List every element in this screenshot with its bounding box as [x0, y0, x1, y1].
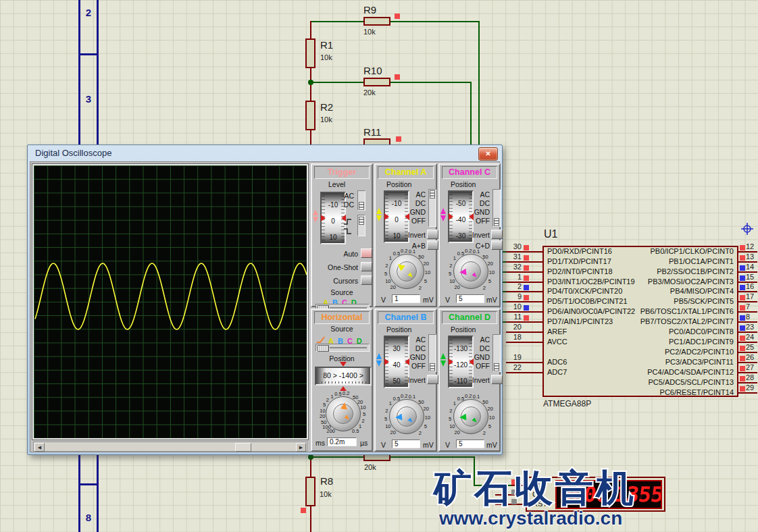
pin-number: 24 [746, 333, 758, 341]
pin-state-red [740, 305, 745, 311]
position-label: Position [451, 325, 476, 334]
invert-label: Invert [388, 231, 426, 239]
falling-edge-icon [343, 225, 352, 238]
dc-label: DC [407, 199, 426, 207]
knob-pointer-icon [459, 414, 467, 421]
channel-b-panel: Channel B Position 304050 AC DC GND OFF … [374, 309, 437, 452]
switch-thumb[interactable] [494, 363, 499, 371]
channel-b-coupling-switch[interactable] [428, 334, 436, 372]
trigger-level-arrows[interactable] [313, 209, 319, 223]
resistor-r9[interactable] [363, 17, 390, 26]
slider-thumb[interactable] [318, 345, 329, 352]
horizontal-source-slider[interactable] [315, 344, 370, 352]
chip-pin-29[interactable] [738, 392, 757, 394]
pin-state-red [740, 295, 745, 300]
trigger-edge-switch[interactable] [357, 215, 365, 236]
channel-d-gain-value[interactable]: 5 [456, 440, 484, 448]
channel-a-add-button[interactable] [427, 240, 438, 250]
channel-a-invert-button[interactable] [427, 230, 438, 239]
resistor-r10[interactable] [363, 78, 390, 86]
channel-d-title: Channel D [442, 311, 497, 324]
channel-c-gain-value[interactable]: 5 [456, 294, 484, 303]
channel-c-title: Channel C [442, 166, 497, 179]
chip-pin-22[interactable] [506, 372, 542, 373]
resistor-bottom-20k-value: 20k [364, 463, 376, 471]
channel-c-coupling-switch[interactable] [492, 189, 501, 227]
channel-b-title: Channel B [378, 311, 434, 324]
channel-b-gain-knob[interactable]: 0.512510200.20.150201052 [376, 395, 438, 438]
origin-marker-icon [741, 223, 753, 238]
pin-state-red [740, 366, 745, 371]
channel-b-invert-button[interactable] [427, 375, 438, 384]
horizontal-panel: Horizontal Source ABCD Position 80 > -14… [311, 309, 373, 452]
pin-state-red [524, 265, 529, 271]
channel-a-gain-value[interactable]: 1 [392, 294, 420, 303]
channel-a-title: Channel A [378, 166, 434, 179]
chip-pin-18[interactable] [506, 342, 542, 343]
auto-button[interactable] [361, 248, 372, 258]
switch-thumb[interactable] [494, 218, 499, 226]
switch-thumb[interactable] [359, 217, 364, 225]
channel-b-gain-value[interactable]: 5 [392, 440, 420, 448]
chip-part-number: ATMEGA88P [543, 399, 591, 408]
pin-label: PB4/MISO/PCINT4 [574, 287, 734, 295]
horizontal-position-display[interactable]: 80 > -1400 > [315, 367, 372, 385]
resistor-r2[interactable] [305, 101, 315, 130]
resistor-r9-value: 10k [363, 28, 376, 36]
knob-pointer-icon [459, 269, 467, 276]
channel-d-position-arrows[interactable] [440, 353, 447, 367]
arrow-down-icon [313, 217, 318, 223]
gnd-label: GND [407, 353, 426, 361]
knob-pointer-icon [395, 414, 403, 421]
trigger-panel: Trigger Level -10010 AC DC Auto One-Shot [311, 163, 373, 307]
close-button[interactable]: ✕ [478, 147, 498, 161]
channel-a-coupling-switch[interactable] [428, 189, 436, 227]
pin-label: PC3/ADC3/PCINT11 [574, 358, 734, 366]
channel-d-coupling-switch[interactable] [492, 334, 501, 372]
screen-scrollbar[interactable]: ◀ ▶ [33, 442, 307, 452]
resistor-r1[interactable] [305, 38, 315, 68]
channel-c-gain-knob[interactable]: 0.512510200.20.150201052 [440, 250, 502, 293]
scroll-left-arrow[interactable]: ◀ [34, 443, 45, 452]
pin-number: 30 [504, 242, 522, 250]
scroll-right-arrow[interactable]: ▶ [296, 443, 306, 452]
pin-label: AREF [547, 327, 567, 336]
dc-label: DC [471, 199, 490, 207]
invert-label: Invert [452, 376, 490, 384]
channel-a-gain-knob[interactable]: 0.512510200.20.150201052 [376, 250, 438, 293]
channel-d-invert-button[interactable] [491, 375, 503, 384]
switch-thumb[interactable] [359, 202, 364, 210]
switch-thumb[interactable] [430, 190, 435, 198]
channel-d-gain-knob[interactable]: 0.512510200.20.150201052 [440, 395, 502, 438]
channel-c-invert-button[interactable] [491, 230, 503, 239]
cursors-button[interactable] [361, 275, 372, 285]
resistor-r8[interactable] [305, 477, 315, 506]
pin-number: 17 [746, 292, 758, 300]
pin-number: 18 [504, 333, 522, 341]
timebase-value[interactable]: 0.2m [327, 437, 357, 446]
channel-d-panel: Channel D Position -130-120-110 AC DC GN… [438, 309, 501, 452]
waveform-trace [34, 165, 307, 438]
terminal-strip-bottom[interactable]: 8 [78, 455, 99, 532]
unit-mv-label: mV [423, 296, 434, 304]
oscilloscope-window[interactable]: Digital Oscilloscope ✕ ◀ ▶ Trigger Level [27, 144, 503, 455]
channel-c-add-button[interactable] [491, 240, 503, 250]
probe-marker [395, 74, 400, 80]
trigger-coupling-switch[interactable] [357, 190, 365, 211]
timebase-knob[interactable]: 1251020501002000.50.25020105210.5 [312, 392, 374, 435]
one-shot-button[interactable] [361, 262, 372, 271]
channel-a-position-arrows[interactable] [376, 208, 382, 221]
unit-mv-label: mV [423, 441, 434, 449]
pin-state-red [524, 275, 529, 281]
channel-c-position-arrows[interactable] [440, 208, 447, 221]
channel-b-position-arrows[interactable] [376, 353, 382, 367]
pin-state-red [524, 255, 529, 261]
terminal-strip-top[interactable]: 2 3 [78, 0, 99, 144]
scrollbar-thumb[interactable] [235, 443, 251, 452]
oscilloscope-body: ◀ ▶ Trigger Level -10010 AC DC [30, 161, 500, 452]
pin-label: PB2/SS/OC1B/PCINT2 [574, 267, 734, 275]
switch-thumb[interactable] [430, 363, 435, 371]
pin-state-blue [740, 315, 745, 321]
pin-label: PC0/ADC0/PCINT8 [574, 327, 734, 336]
ac-label: AC [471, 336, 490, 344]
